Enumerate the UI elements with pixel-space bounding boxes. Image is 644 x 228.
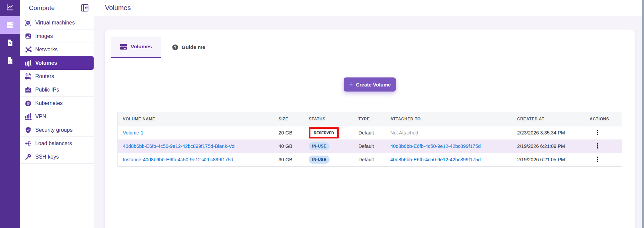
svg-text:?: ? (174, 45, 177, 49)
svg-text:$: $ (9, 42, 11, 45)
